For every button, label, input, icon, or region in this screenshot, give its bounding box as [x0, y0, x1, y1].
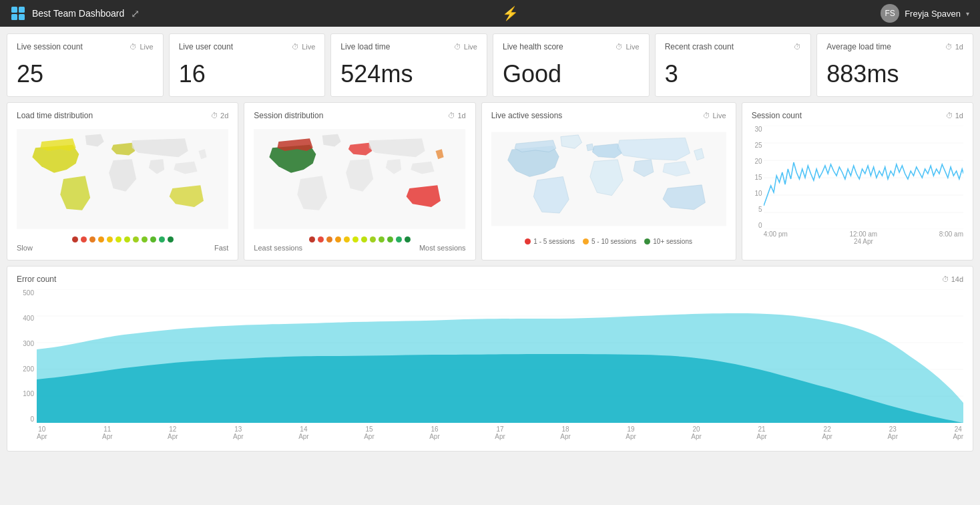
- legend-10plus-label: 10+ sessions: [653, 238, 692, 245]
- x-apr10: 10Apr: [37, 426, 47, 440]
- legend-5-10-label: 5 - 10 sessions: [591, 238, 636, 245]
- main-content: Live session count ⏱ Live 25 Live user c…: [0, 27, 980, 458]
- svg-rect-0: [11, 7, 17, 13]
- sdot-3: [326, 236, 332, 242]
- share-icon[interactable]: ⤢: [131, 7, 140, 20]
- svg-rect-1: [19, 7, 25, 13]
- metric-card-user-count: Live user count ⏱ Live 16: [169, 33, 326, 97]
- clock-icon-10: ⏱: [946, 112, 953, 120]
- sdot-5: [344, 236, 350, 242]
- metrics-row: Live session count ⏱ Live 25 Live user c…: [7, 33, 973, 97]
- session-count-svg: [764, 126, 963, 229]
- error-count-label: Error count: [17, 275, 56, 284]
- metric-value-avg-load: 883ms: [826, 59, 963, 88]
- live-active-sessions-card: Live active sessions ⏱ Live: [481, 102, 736, 261]
- session-chart-content: 4:00 pm 12:00 am24 Apr 8:00 am: [764, 126, 963, 252]
- metric-label-avg-load: Average load time: [826, 42, 891, 51]
- active-sessions-label: Live active sessions: [491, 111, 563, 120]
- load-time-map-svg: [17, 126, 228, 232]
- dot-fast-1: [133, 236, 139, 242]
- metric-value-user-count: 16: [179, 59, 316, 88]
- svg-rect-3: [19, 14, 25, 20]
- x-apr17: 17Apr: [495, 426, 505, 440]
- legend-fast-label: Fast: [214, 244, 228, 252]
- legend-slow-label: Slow: [17, 244, 33, 252]
- app-title: Best Team Dashboard: [32, 8, 124, 19]
- session-dist-map-svg: [254, 126, 465, 232]
- session-dist-map: Least sessions Most sessions: [254, 126, 465, 252]
- metric-label-user-count: Live user count: [179, 42, 233, 51]
- metric-label-load-time: Live load time: [340, 42, 390, 51]
- error-count-badge: ⏱ 14d: [942, 275, 963, 283]
- x-apr22: 22Apr: [822, 426, 832, 440]
- x-apr14: 14Apr: [298, 426, 309, 440]
- metric-value-health-score: Good: [503, 59, 640, 88]
- load-time-chart-label: Load time distribution: [17, 111, 93, 120]
- metric-card-crash-count: Recent crash count ⏱ 3: [655, 33, 812, 97]
- legend-least-label: Least sessions: [254, 244, 302, 252]
- metric-badge-user-count: ⏱ Live: [292, 43, 315, 51]
- session-count-chart-badge: ⏱ 1d: [946, 112, 963, 120]
- session-count-chart-card: Session count ⏱ 1d 30 25 20 15 10 5 0: [742, 102, 973, 261]
- dot-mid-1: [98, 236, 104, 242]
- dot-mid-2: [107, 236, 113, 242]
- dot-slow-1: [72, 236, 78, 242]
- metric-card-avg-load: Average load time ⏱ 1d 883ms: [816, 33, 973, 97]
- clock-icon-5: ⏱: [794, 43, 801, 51]
- error-chart-area: 500 400 300 200 100 0: [17, 289, 963, 443]
- session-count-chart-area: 30 25 20 15 10 5 0: [752, 126, 963, 252]
- metric-label-crash-count: Recent crash count: [665, 42, 734, 51]
- x-apr18: 18Apr: [560, 426, 571, 440]
- x-label-12am: 12:00 am24 Apr: [849, 230, 877, 245]
- y-axis-labels: 30 25 20 15 10 5 0: [752, 126, 764, 229]
- x-apr15: 15Apr: [364, 426, 375, 440]
- active-sessions-legend: 1 - 5 sessions 5 - 10 sessions 10+ sessi…: [525, 238, 692, 245]
- x-apr20: 20Apr: [691, 426, 702, 440]
- load-time-legend: [72, 236, 174, 242]
- metric-label-session-count: Live session count: [17, 42, 83, 51]
- x-apr12: 12Apr: [168, 426, 178, 440]
- clock-icon: ⏱: [130, 43, 137, 51]
- x-apr19: 19Apr: [626, 426, 636, 440]
- active-sessions-map-svg: [491, 126, 726, 232]
- metric-badge-session-count: ⏱ Live: [130, 43, 153, 51]
- session-dist-chart-badge: ⏱ 1d: [448, 112, 465, 120]
- sdot-11: [396, 236, 402, 242]
- x-apr23: 23Apr: [887, 426, 898, 440]
- app-logo-icon: [11, 6, 25, 21]
- clock-icon-6: ⏱: [945, 43, 953, 51]
- legend-10plus: 10+ sessions: [644, 238, 692, 245]
- legend-most-label: Most sessions: [419, 244, 466, 252]
- user-menu[interactable]: FS Freyja Spaven ▾: [881, 4, 969, 23]
- load-time-distribution-card: Load time distribution ⏱ 2d: [7, 102, 238, 261]
- x-label-8am: 8:00 am: [939, 230, 963, 245]
- dot-mid-4: [124, 236, 130, 242]
- clock-icon-11: ⏱: [942, 275, 949, 283]
- dot-slow-3: [89, 236, 95, 242]
- session-count-chart-label: Session count: [752, 111, 802, 120]
- error-chart-content: 10Apr 11Apr 12Apr 13Apr 14Apr 15Apr 16Ap…: [37, 289, 963, 443]
- dot-fast-3: [150, 236, 156, 242]
- metric-badge-load-time: ⏱ Live: [454, 43, 477, 51]
- chevron-down-icon: ▾: [966, 10, 969, 17]
- clock-icon-2: ⏱: [292, 43, 299, 51]
- clock-icon-3: ⏱: [454, 43, 461, 51]
- dot-slow-2: [81, 236, 87, 242]
- metric-card-session-count: Live session count ⏱ Live 25: [7, 33, 164, 97]
- sdot-7: [361, 236, 367, 242]
- dot-fast-2: [142, 236, 148, 242]
- clock-icon-8: ⏱: [448, 112, 455, 120]
- error-x-labels: 10Apr 11Apr 12Apr 13Apr 14Apr 15Apr 16Ap…: [37, 423, 963, 440]
- session-distribution-card: Session distribution ⏱ 1d: [244, 102, 475, 261]
- sdot-6: [352, 236, 358, 242]
- x-apr11: 11Apr: [102, 426, 113, 440]
- x-axis-labels: 4:00 pm 12:00 am24 Apr 8:00 am: [764, 229, 963, 245]
- metric-card-load-time: Live load time ⏱ Live 524ms: [330, 33, 487, 97]
- error-count-card: Error count ⏱ 14d 500 400 300 200 100 0: [7, 266, 973, 452]
- active-sessions-badge: ⏱ Live: [703, 112, 726, 120]
- metric-value-session-count: 25: [17, 59, 154, 88]
- metric-value-crash-count: 3: [665, 59, 802, 88]
- error-count-svg: [37, 289, 963, 423]
- sdot-10: [387, 236, 393, 242]
- x-apr24: 24Apr: [953, 426, 963, 440]
